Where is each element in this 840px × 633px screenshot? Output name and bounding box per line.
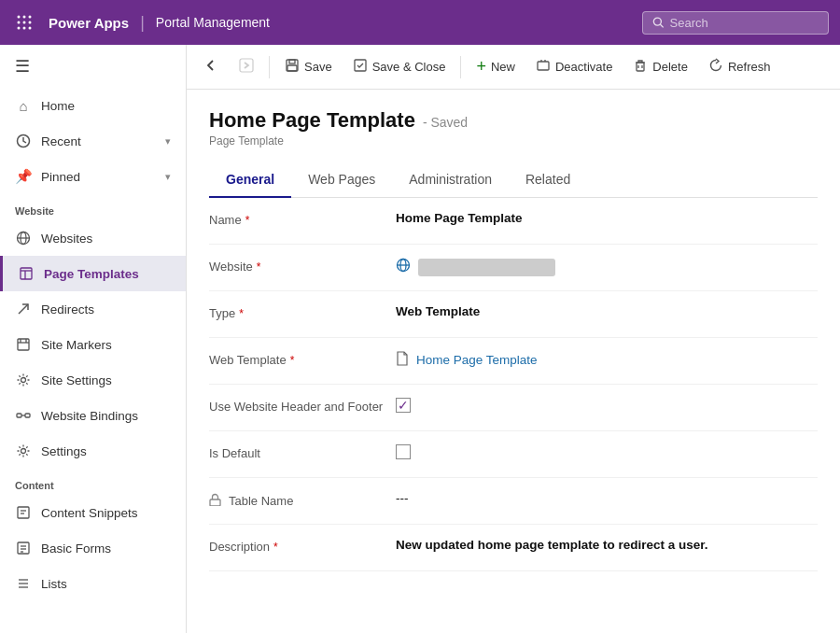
deactivate-icon xyxy=(536,58,551,76)
form-area: Home Page Template - Saved Page Template… xyxy=(187,90,840,633)
page-template-icon xyxy=(18,265,35,282)
topbar: Power Apps | Portal Management xyxy=(0,0,840,45)
new-button[interactable]: + New xyxy=(467,51,525,82)
required-indicator: * xyxy=(239,307,244,320)
search-input[interactable] xyxy=(670,16,819,30)
svg-point-26 xyxy=(21,449,26,454)
main-layout: ☰ ⌂ Home Recent ▾ 📌 Pinned ▾ Website xyxy=(0,45,840,633)
field-value-type: Web Template xyxy=(396,304,818,318)
deactivate-label: Deactivate xyxy=(555,60,612,74)
svg-rect-41 xyxy=(355,60,366,71)
svg-rect-15 xyxy=(21,268,32,279)
form-subtitle: Page Template xyxy=(209,134,818,148)
checkbox-is-default[interactable] xyxy=(396,444,411,459)
sidebar-item-website-bindings[interactable]: Website Bindings xyxy=(0,398,186,433)
hamburger-icon[interactable]: ☰ xyxy=(0,45,186,88)
svg-rect-40 xyxy=(287,65,297,71)
refresh-icon xyxy=(708,58,723,76)
field-value-use-header-footer: ✓ xyxy=(396,398,818,413)
field-label-text: Name xyxy=(209,213,242,227)
sidebar-item-basic-forms[interactable]: Basic Forms xyxy=(0,530,186,566)
toolbar-separator xyxy=(269,56,270,78)
search-box[interactable] xyxy=(642,11,829,35)
sidebar-item-content-snippets[interactable]: Content Snippets xyxy=(0,495,186,530)
checkbox-use-header-footer[interactable]: ✓ xyxy=(396,398,411,413)
required-indicator: * xyxy=(273,541,278,554)
sidebar-item-label: Pinned xyxy=(41,170,80,184)
search-icon xyxy=(652,16,665,29)
tab-general[interactable]: General xyxy=(209,162,291,198)
save-close-button[interactable]: Save & Close xyxy=(343,52,455,81)
required-indicator: * xyxy=(257,260,261,274)
sidebar-item-lists[interactable]: Lists xyxy=(0,566,186,601)
field-label-text: Web Template xyxy=(209,353,287,367)
delete-label: Delete xyxy=(652,60,688,74)
sidebar-item-label: Redirects xyxy=(41,302,94,316)
portal-name: Portal Management xyxy=(156,15,270,30)
field-label-text: Use Website Header and Footer xyxy=(209,400,383,414)
sidebar: ☰ ⌂ Home Recent ▾ 📌 Pinned ▾ Website xyxy=(0,45,187,633)
sidebar-item-site-settings[interactable]: Site Settings xyxy=(0,362,186,398)
svg-rect-24 xyxy=(25,414,30,417)
svg-point-3 xyxy=(18,21,21,24)
apps-grid-icon[interactable] xyxy=(11,9,37,35)
trash-icon xyxy=(633,58,648,76)
sidebar-item-home[interactable]: ⌂ Home xyxy=(0,88,186,123)
new-label: New xyxy=(491,60,515,74)
content-section-label: Content xyxy=(0,469,186,495)
field-label-table-name: Table Name xyxy=(209,491,396,509)
save-close-label: Save & Close xyxy=(372,60,446,74)
sidebar-item-label: Settings xyxy=(41,444,87,458)
tab-web-pages[interactable]: Web Pages xyxy=(291,162,392,198)
sidebar-item-redirects[interactable]: Redirects xyxy=(0,291,186,327)
save-button[interactable]: Save xyxy=(275,52,342,81)
deactivate-button[interactable]: Deactivate xyxy=(526,52,622,81)
globe-icon xyxy=(396,258,411,276)
svg-rect-37 xyxy=(240,59,253,72)
field-label-text: Website xyxy=(209,260,253,274)
sidebar-item-recent[interactable]: Recent ▾ xyxy=(0,123,186,159)
field-value-name: Home Page Template xyxy=(396,211,818,225)
sidebar-item-label: Home xyxy=(41,99,75,113)
sidebar-item-site-markers[interactable]: Site Markers xyxy=(0,327,186,362)
field-label-website: Website * xyxy=(209,258,396,274)
svg-point-1 xyxy=(23,16,26,19)
refresh-button[interactable]: Refresh xyxy=(699,52,780,81)
app-name: Power Apps xyxy=(49,15,129,31)
sidebar-item-label: Lists xyxy=(41,577,67,591)
delete-button[interactable]: Delete xyxy=(623,52,697,81)
sidebar-item-label: Site Markers xyxy=(41,338,112,352)
forward-button[interactable] xyxy=(230,52,263,82)
form-header: Home Page Template - Saved Page Template xyxy=(209,108,818,148)
svg-point-6 xyxy=(18,27,21,30)
field-label-name: Name * xyxy=(209,211,396,227)
sidebar-item-settings[interactable]: Settings xyxy=(0,433,186,469)
back-button[interactable] xyxy=(194,52,228,82)
svg-rect-51 xyxy=(210,499,220,506)
required-indicator: * xyxy=(245,214,250,227)
svg-point-0 xyxy=(18,16,21,19)
web-template-link[interactable]: Home Page Template xyxy=(416,353,538,367)
toolbar: Save Save & Close + New xyxy=(187,45,840,90)
tab-related[interactable]: Related xyxy=(509,162,587,198)
svg-rect-39 xyxy=(289,60,295,63)
plus-icon: + xyxy=(476,57,486,77)
site-markers-icon xyxy=(15,336,32,353)
chevron-down-icon: ▾ xyxy=(165,135,171,148)
content-area: Save Save & Close + New xyxy=(187,45,840,633)
field-row-table-name: Table Name --- xyxy=(209,478,818,525)
field-row-type: Type * Web Template xyxy=(209,291,818,338)
refresh-label: Refresh xyxy=(728,60,771,74)
field-value-is-default xyxy=(396,444,818,459)
bindings-icon xyxy=(15,407,32,424)
sidebar-item-websites[interactable]: Websites xyxy=(0,220,186,256)
svg-rect-27 xyxy=(18,507,29,518)
sidebar-item-page-templates[interactable]: Page Templates xyxy=(0,256,186,291)
sidebar-item-label: Site Settings xyxy=(41,373,112,387)
form-fields: Name * Home Page Template Website * xyxy=(209,198,818,571)
chevron-down-icon: ▾ xyxy=(165,171,171,183)
lock-icon xyxy=(209,493,221,509)
sidebar-item-pinned[interactable]: 📌 Pinned ▾ xyxy=(0,159,186,194)
tab-administration[interactable]: Administration xyxy=(392,162,509,198)
snippets-icon xyxy=(15,504,32,521)
